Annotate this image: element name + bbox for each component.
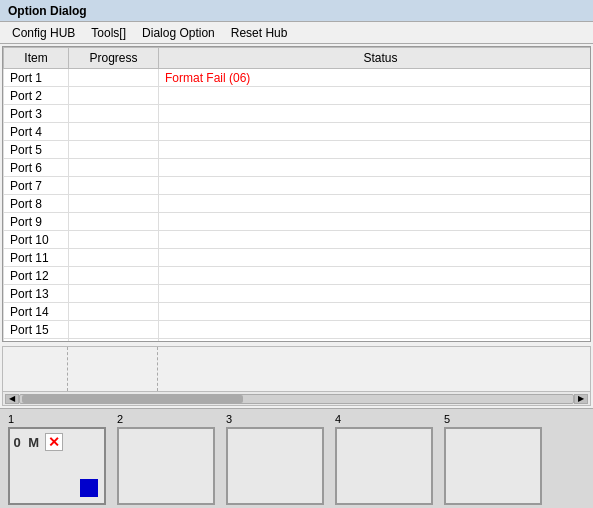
cell-item: Port 4 bbox=[4, 123, 69, 141]
port-card-1: 10 M✕ bbox=[4, 413, 109, 505]
dashed-col-2 bbox=[68, 347, 158, 391]
cell-status bbox=[159, 213, 591, 231]
second-scroll-left[interactable]: ◀ bbox=[5, 394, 19, 404]
cell-status bbox=[159, 105, 591, 123]
cell-progress bbox=[69, 213, 159, 231]
horizontal-scrollbar[interactable]: ◀ ▶ bbox=[3, 341, 590, 342]
cell-item: Port 12 bbox=[4, 267, 69, 285]
cell-progress bbox=[69, 249, 159, 267]
cell-progress bbox=[69, 159, 159, 177]
cell-status bbox=[159, 87, 591, 105]
table-row: Port 12 bbox=[4, 267, 591, 285]
second-horizontal-scrollbar[interactable]: ◀ ▶ bbox=[3, 391, 590, 405]
cell-item: Port 5 bbox=[4, 141, 69, 159]
cell-status bbox=[159, 195, 591, 213]
dashed-lines bbox=[3, 347, 590, 391]
table-row: Port 13 bbox=[4, 285, 591, 303]
port1-x-button[interactable]: ✕ bbox=[45, 433, 63, 451]
menu-reset-hub[interactable]: Reset Hub bbox=[223, 24, 296, 42]
second-scroll-thumb bbox=[22, 395, 243, 403]
cell-item: Port 8 bbox=[4, 195, 69, 213]
port1-content: 0 M✕ bbox=[10, 429, 104, 503]
cell-progress bbox=[69, 105, 159, 123]
table-row: Port 10 bbox=[4, 231, 591, 249]
cell-status bbox=[159, 303, 591, 321]
port-number-5: 5 bbox=[440, 413, 450, 425]
table-container: Item Progress Status Port 1Format Fail (… bbox=[2, 46, 591, 342]
table-row: Port 4 bbox=[4, 123, 591, 141]
cell-item: Port 2 bbox=[4, 87, 69, 105]
table-row: Port 7 bbox=[4, 177, 591, 195]
cell-item: Port 11 bbox=[4, 249, 69, 267]
cell-item: Port 3 bbox=[4, 105, 69, 123]
cell-progress bbox=[69, 123, 159, 141]
cell-status bbox=[159, 249, 591, 267]
cell-item: Port 7 bbox=[4, 177, 69, 195]
main-content: Item Progress Status Port 1Format Fail (… bbox=[0, 44, 593, 508]
menu-config-hub[interactable]: Config HUB bbox=[4, 24, 83, 42]
col-header-status: Status bbox=[159, 48, 591, 69]
second-scroll-right[interactable]: ▶ bbox=[574, 394, 588, 404]
port-number-1: 1 bbox=[4, 413, 14, 425]
x-icon: ✕ bbox=[48, 435, 60, 449]
table-row: Port 14 bbox=[4, 303, 591, 321]
cell-progress bbox=[69, 321, 159, 339]
table-row: Port 3 bbox=[4, 105, 591, 123]
cell-item: Port 15 bbox=[4, 321, 69, 339]
cell-item: Port 6 bbox=[4, 159, 69, 177]
port-number-4: 4 bbox=[331, 413, 341, 425]
menu-bar: Config HUB Tools[] Dialog Option Reset H… bbox=[0, 22, 593, 44]
port-table: Item Progress Status Port 1Format Fail (… bbox=[3, 47, 590, 341]
cell-status: Format Fail (06) bbox=[159, 69, 591, 87]
title-bar: Option Dialog bbox=[0, 0, 593, 22]
dashed-col-1 bbox=[3, 347, 68, 391]
cell-status bbox=[159, 285, 591, 303]
cell-status bbox=[159, 159, 591, 177]
table-row: Port 15 bbox=[4, 321, 591, 339]
port-number-2: 2 bbox=[113, 413, 123, 425]
title-text: Option Dialog bbox=[8, 4, 87, 18]
port-number-3: 3 bbox=[222, 413, 232, 425]
bottom-panel: 10 M✕2345 bbox=[0, 408, 593, 508]
cell-status bbox=[159, 141, 591, 159]
port-box-3[interactable] bbox=[226, 427, 324, 505]
second-scroll-track[interactable] bbox=[19, 394, 574, 404]
cell-progress bbox=[69, 141, 159, 159]
port-box-5[interactable] bbox=[444, 427, 542, 505]
table-row: Port 1Format Fail (06) bbox=[4, 69, 591, 87]
table-wrapper[interactable]: Item Progress Status Port 1Format Fail (… bbox=[3, 47, 590, 341]
cell-progress bbox=[69, 69, 159, 87]
col-header-item: Item bbox=[4, 48, 69, 69]
cell-progress bbox=[69, 285, 159, 303]
cell-status bbox=[159, 267, 591, 285]
menu-dialog-option[interactable]: Dialog Option bbox=[134, 24, 223, 42]
cell-item: Port 9 bbox=[4, 213, 69, 231]
table-row: Port 2 bbox=[4, 87, 591, 105]
col-header-progress: Progress bbox=[69, 48, 159, 69]
cell-progress bbox=[69, 267, 159, 285]
cell-progress bbox=[69, 303, 159, 321]
port-card-3: 3 bbox=[222, 413, 327, 505]
cell-status bbox=[159, 231, 591, 249]
cell-progress bbox=[69, 177, 159, 195]
table-row: Port 8 bbox=[4, 195, 591, 213]
cell-status bbox=[159, 177, 591, 195]
cell-progress bbox=[69, 195, 159, 213]
port-box-2[interactable] bbox=[117, 427, 215, 505]
port-card-4: 4 bbox=[331, 413, 436, 505]
menu-tools[interactable]: Tools[] bbox=[83, 24, 134, 42]
cell-progress bbox=[69, 231, 159, 249]
cell-status bbox=[159, 321, 591, 339]
cell-item: Port 14 bbox=[4, 303, 69, 321]
port1-top-row: 0 M✕ bbox=[14, 433, 100, 451]
table-row: Port 6 bbox=[4, 159, 591, 177]
table-row: Port 9 bbox=[4, 213, 591, 231]
cell-status bbox=[159, 123, 591, 141]
port-box-4[interactable] bbox=[335, 427, 433, 505]
port-card-2: 2 bbox=[113, 413, 218, 505]
port-card-5: 5 bbox=[440, 413, 545, 505]
port-box-1[interactable]: 0 M✕ bbox=[8, 427, 106, 505]
table-row: Port 11 bbox=[4, 249, 591, 267]
cell-item: Port 1 bbox=[4, 69, 69, 87]
cell-progress bbox=[69, 87, 159, 105]
